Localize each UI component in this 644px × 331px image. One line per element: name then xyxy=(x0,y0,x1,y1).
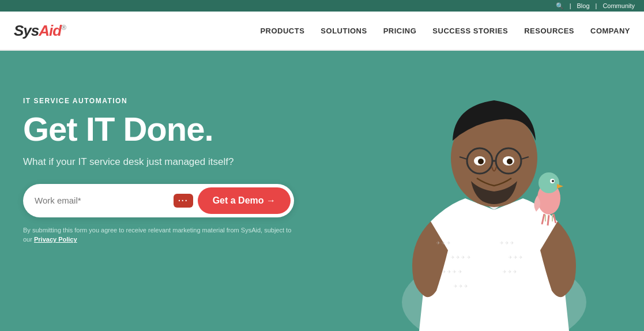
nav-solutions[interactable]: SOLUTIONS xyxy=(321,27,367,35)
nav-links: PRODUCTS SOLUTIONS PRICING SUCCESS STORI… xyxy=(260,25,630,36)
hero-description: What if your IT service desk just manage… xyxy=(23,156,294,168)
get-demo-button[interactable]: Get a Demo → xyxy=(198,187,291,214)
svg-point-9 xyxy=(478,159,484,164)
email-input[interactable] xyxy=(35,195,169,205)
logo-sys: Sys xyxy=(14,22,39,39)
nav-products[interactable]: PRODUCTS xyxy=(260,27,304,35)
community-link[interactable]: Community xyxy=(602,2,635,9)
svg-text:✈ ✈ ✈: ✈ ✈ ✈ xyxy=(500,240,514,246)
svg-point-22 xyxy=(552,180,554,182)
hero-image: ✈ ✈ ✈ ✈ ✈ ✈ ✈ ✈ ✈ ✈ ✈ ✈ ✈ ✈ ✈ ✈ ✈ ✈ ✈ ✈ … xyxy=(344,60,644,331)
svg-text:✈ ✈ ✈ ✈: ✈ ✈ ✈ ✈ xyxy=(442,269,462,274)
hero-title: Get IT Done. xyxy=(23,112,294,147)
privacy-policy-link[interactable]: Privacy Policy xyxy=(34,236,77,243)
nav-company[interactable]: COMPANY xyxy=(590,27,630,35)
search-icon[interactable]: 🔍 xyxy=(556,2,564,10)
navbar: SysAid® PRODUCTS SOLUTIONS PRICING SUCCE… xyxy=(0,12,644,51)
svg-point-11 xyxy=(507,159,513,164)
utility-bar: 🔍 | Blog | Community xyxy=(0,0,644,12)
email-form: ··· Get a Demo → xyxy=(23,184,294,217)
logo-reg: ® xyxy=(61,24,66,32)
svg-text:✈ ✈ ✈: ✈ ✈ ✈ xyxy=(503,269,517,274)
svg-text:✈ ✈ ✈: ✈ ✈ ✈ xyxy=(454,284,468,289)
svg-text:✈ ✈ ✈: ✈ ✈ ✈ xyxy=(509,255,523,260)
hero-disclaimer: By submitting this form you agree to rec… xyxy=(23,225,294,245)
nav-resources[interactable]: RESOURCES xyxy=(524,27,574,35)
blog-link[interactable]: Blog xyxy=(577,2,589,9)
nav-pricing[interactable]: PRICING xyxy=(383,27,417,35)
divider: | xyxy=(570,2,571,9)
nav-success-stories[interactable]: SUCCESS STORIES xyxy=(432,27,508,35)
svg-text:✈ ✈ ✈ ✈: ✈ ✈ ✈ ✈ xyxy=(451,255,471,260)
svg-text:✈ ✈ ✈: ✈ ✈ ✈ xyxy=(436,240,451,246)
logo[interactable]: SysAid® xyxy=(14,22,66,40)
logo-aid: Aid xyxy=(39,22,61,39)
hero-section: IT SERVICE AUTOMATION Get IT Done. What … xyxy=(0,51,644,331)
divider2: | xyxy=(596,2,597,9)
hero-subtitle: IT SERVICE AUTOMATION xyxy=(23,97,294,105)
person-illustration: ✈ ✈ ✈ ✈ ✈ ✈ ✈ ✈ ✈ ✈ ✈ ✈ ✈ ✈ ✈ ✈ ✈ ✈ ✈ ✈ … xyxy=(344,60,644,331)
dots-icon: ··· xyxy=(174,194,193,208)
hero-content: IT SERVICE AUTOMATION Get IT Done. What … xyxy=(23,80,294,245)
svg-point-20 xyxy=(538,172,559,193)
